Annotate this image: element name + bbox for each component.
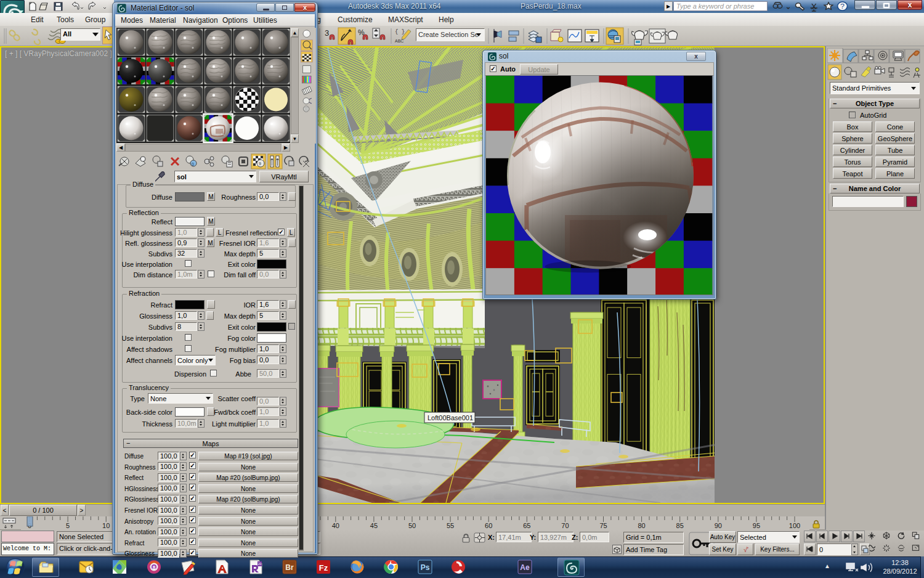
svg-text:55: 55 [447,522,454,529]
svg-text:0: 0 [192,162,194,166]
svg-text:85: 85 [676,522,684,529]
svg-text:65: 65 [523,522,530,529]
svg-text:5: 5 [66,522,70,529]
svg-text:Ae: Ae [520,563,530,572]
svg-text:Br: Br [285,563,294,572]
svg-text:Loft00Base001: Loft00Base001 [428,414,473,421]
svg-text:Fz: Fz [319,563,328,572]
svg-text:{ }: { } [395,29,405,35]
svg-text:20: 20 [258,562,262,566]
svg-text:75: 75 [599,522,607,529]
svg-text:45: 45 [370,522,378,529]
svg-text:10: 10 [102,522,110,529]
svg-text:8: 8 [152,564,155,571]
svg-text:50: 50 [408,522,416,529]
svg-text:100: 100 [789,522,800,529]
svg-text:40: 40 [332,522,339,529]
svg-text:80: 80 [638,522,645,529]
svg-text:3: 3 [325,28,329,38]
svg-text:9: 9 [259,161,261,166]
svg-text:60: 60 [485,522,492,529]
svg-text:Ps: Ps [421,563,430,572]
svg-text:70: 70 [561,522,569,529]
svg-text:?: ? [840,2,845,10]
svg-text:90: 90 [715,522,722,529]
svg-text:95: 95 [753,522,760,529]
